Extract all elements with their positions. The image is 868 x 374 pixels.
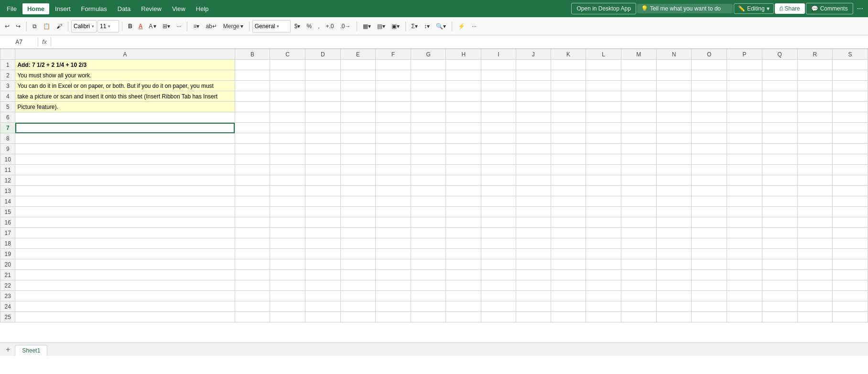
cell-S21[interactable] (833, 270, 868, 280)
cell-P18[interactable] (727, 238, 762, 249)
cell-J11[interactable] (516, 165, 551, 175)
cell-styles-button[interactable]: ▣▾ (389, 21, 402, 32)
cell-F15[interactable] (376, 207, 411, 217)
cell-A11[interactable] (15, 165, 235, 175)
cell-I21[interactable] (481, 270, 516, 280)
cell-A8[interactable] (15, 133, 235, 144)
cell-J2[interactable] (516, 70, 551, 81)
cell-M11[interactable] (621, 165, 656, 175)
cell-F20[interactable] (376, 259, 411, 270)
cell-B6[interactable] (235, 112, 270, 123)
cell-Q6[interactable] (762, 112, 797, 123)
cell-B7[interactable] (235, 123, 270, 133)
dec-increase-button[interactable]: +.0 (323, 21, 336, 32)
cell-K6[interactable] (551, 112, 586, 123)
cell-D15[interactable] (305, 207, 340, 217)
cell-P20[interactable] (727, 259, 762, 270)
col-header-K[interactable]: K (551, 49, 586, 60)
cell-M20[interactable] (621, 259, 656, 270)
cell-A17[interactable] (15, 228, 235, 238)
cell-E2[interactable] (340, 70, 376, 81)
cell-G11[interactable] (411, 165, 446, 175)
cell-E23[interactable] (340, 291, 376, 301)
cell-O6[interactable] (692, 112, 727, 123)
cell-I5[interactable] (481, 102, 516, 112)
cell-F19[interactable] (376, 249, 411, 259)
cell-J4[interactable] (516, 91, 551, 102)
cell-G14[interactable] (411, 196, 446, 207)
menu-formulas[interactable]: Formulas (76, 3, 112, 14)
cell-R5[interactable] (797, 102, 833, 112)
cell-A13[interactable] (15, 186, 235, 196)
cell-H23[interactable] (446, 291, 481, 301)
cell-H15[interactable] (446, 207, 481, 217)
cell-K15[interactable] (551, 207, 586, 217)
cell-D16[interactable] (305, 217, 340, 228)
cell-R2[interactable] (797, 70, 833, 81)
cell-L15[interactable] (586, 207, 621, 217)
cell-A25[interactable] (15, 312, 235, 322)
cell-H7[interactable] (446, 123, 481, 133)
comma-button[interactable]: , (315, 21, 322, 32)
cell-Q13[interactable] (762, 186, 797, 196)
cell-E9[interactable] (340, 144, 376, 154)
cell-J25[interactable] (516, 312, 551, 322)
cell-F7[interactable] (376, 123, 411, 133)
cell-D4[interactable] (305, 91, 340, 102)
cell-I13[interactable] (481, 186, 516, 196)
cell-D2[interactable] (305, 70, 340, 81)
col-header-L[interactable]: L (586, 49, 621, 60)
cell-D1[interactable] (305, 60, 340, 70)
cell-I18[interactable] (481, 238, 516, 249)
col-header-C[interactable]: C (270, 49, 305, 60)
cell-H21[interactable] (446, 270, 481, 280)
cell-L11[interactable] (586, 165, 621, 175)
cell-I14[interactable] (481, 196, 516, 207)
cell-N13[interactable] (656, 186, 692, 196)
cell-N3[interactable] (656, 81, 692, 91)
cell-R23[interactable] (797, 291, 833, 301)
cell-R20[interactable] (797, 259, 833, 270)
cell-C12[interactable] (270, 175, 305, 186)
cell-F6[interactable] (376, 112, 411, 123)
cell-P21[interactable] (727, 270, 762, 280)
cell-G7[interactable] (411, 123, 446, 133)
cell-O16[interactable] (692, 217, 727, 228)
cell-L12[interactable] (586, 175, 621, 186)
cell-H12[interactable] (446, 175, 481, 186)
cell-E11[interactable] (340, 165, 376, 175)
cell-O24[interactable] (692, 301, 727, 312)
cell-G15[interactable] (411, 207, 446, 217)
cell-M2[interactable] (621, 70, 656, 81)
col-header-J[interactable]: J (516, 49, 551, 60)
cell-Q20[interactable] (762, 259, 797, 270)
font-color-button[interactable]: A (136, 21, 146, 32)
cell-C22[interactable] (270, 280, 305, 291)
cell-N25[interactable] (656, 312, 692, 322)
menu-home[interactable]: Home (22, 3, 49, 14)
font-name-dropdown[interactable]: Calibri ▾ (71, 20, 97, 32)
cell-G4[interactable] (411, 91, 446, 102)
cell-F22[interactable] (376, 280, 411, 291)
sheet-tab-1[interactable]: Sheet1 (15, 345, 47, 356)
cell-N19[interactable] (656, 249, 692, 259)
dec-decrease-button[interactable]: .0→ (337, 21, 354, 32)
cell-M23[interactable] (621, 291, 656, 301)
cell-M17[interactable] (621, 228, 656, 238)
cell-G25[interactable] (411, 312, 446, 322)
cell-K9[interactable] (551, 144, 586, 154)
cell-A19[interactable] (15, 249, 235, 259)
cell-K10[interactable] (551, 154, 586, 165)
cell-F23[interactable] (376, 291, 411, 301)
cell-K25[interactable] (551, 312, 586, 322)
cell-B19[interactable] (235, 249, 270, 259)
cell-P10[interactable] (727, 154, 762, 165)
cell-N5[interactable] (656, 102, 692, 112)
cell-J23[interactable] (516, 291, 551, 301)
col-header-O[interactable]: O (692, 49, 727, 60)
cell-L23[interactable] (586, 291, 621, 301)
cell-C2[interactable] (270, 70, 305, 81)
cell-J3[interactable] (516, 81, 551, 91)
cell-C14[interactable] (270, 196, 305, 207)
cell-O3[interactable] (692, 81, 727, 91)
